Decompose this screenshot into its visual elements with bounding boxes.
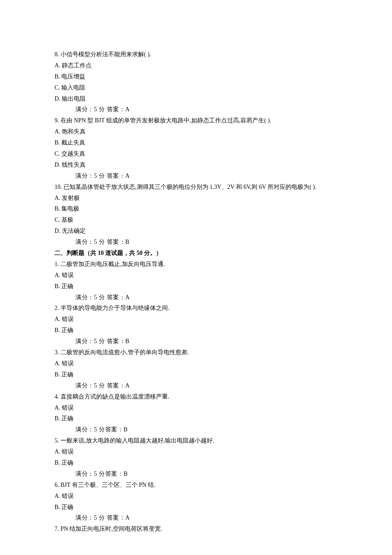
option: B. 集电极 [55,203,337,214]
option: B. 电压增益 [55,71,337,82]
option: C. 输入电阻 [55,82,337,93]
questions_tf-question: 4. 直接耦合方式的缺点是输出温度漂移严重.A. 错误B. 正确满分：5 分答案… [55,391,337,436]
section-header-judgment: 二、判断题（共 10 道试题，共 50 分。） [55,248,337,259]
question-stem: 10. 已知某晶体管处于放大状态,测得其三个极的电位分别为 1.3V、2V 和 … [55,182,337,193]
question-stem: 2. 半导体的导电能力介于导体与绝缘体之间. [55,303,337,314]
option: B. 正确 [55,413,337,424]
question-text: 二极管加正向电压截止,加反向电压导通. [59,261,165,267]
question-text: PN 结加正向电压时,空间电荷区将变宽. [59,526,162,532]
option: B. 正确 [55,369,337,380]
question-stem: 6. BJT 有三个极、三个区、三个 PN 结. [55,480,337,491]
question-number: 5. [55,437,59,444]
option: A. 饱和失真 [55,126,337,137]
question-text: 二极管的反向电流值愈小,管子的单向导电性愈差. [59,349,189,356]
score-answer-line: 满分：5 分 答案：A [55,171,337,182]
question-number: 8. [55,51,59,58]
question-stem: 5. 一般来说,放大电路的输入电阻越大越好,输出电阻越小越好. [55,435,337,446]
score-answer-line: 满分：5 分答案：B [55,424,337,435]
question-stem: 1. 二极管加正向电压截止,加反向电压导通. [55,259,337,270]
question-text: 直接耦合方式的缺点是输出温度漂移严重. [59,393,170,400]
question-text: 半导体的导电能力介于导体与绝缘体之间. [59,305,170,311]
option: B. 正确 [55,281,337,292]
questions_tf-question: 1. 二极管加正向电压截止,加反向电压导通.A. 错误B. 正确满分：5 分 答… [55,259,337,303]
option: D. 输出电阻 [55,93,337,104]
question-stem: 8. 小信号模型分析法不能用来求解( ). [55,49,337,60]
score-answer-line: 满分：5 分 答案：A [55,292,337,303]
score-answer-line: 满分：5 分 答案：A [55,380,337,391]
question-text: BJT 有三个极、三个区、三个 PN 结. [59,482,156,488]
questions_tf-question: 5. 一般来说,放大电路的输入电阻越大越好,输出电阻越小越好.A. 错误B. 正… [55,435,337,480]
question-text: 已知某晶体管处于放大状态,测得其三个极的电位分别为 1.3V、2V 和 6V,则… [62,184,317,190]
option: C. 交越失真 [55,148,337,159]
question-stem: 9. 在由 NPN 型 BJT 组成的单管共发射极放大电路中,如静态工作点过高,… [55,115,337,126]
option: D. 无法确定 [55,225,337,237]
option: A. 错误 [55,491,337,502]
option: C. 基极 [55,214,337,225]
score-answer-line: 满分：5 分 答案：B [55,336,337,347]
score-answer-line: 满分：5 分 答案：A [55,512,337,523]
option: A. 错误 [55,358,337,369]
questions_tf-question: 2. 半导体的导电能力介于导体与绝缘体之间.A. 错误B. 正确满分：5 分 答… [55,303,337,347]
option: B. 截止失真 [55,137,337,148]
option: D. 线性失真 [55,159,337,171]
score-answer-line: 满分：5 分 答案：B [55,237,337,248]
option: B. 正确 [55,457,337,468]
questions_mc-question: 9. 在由 NPN 型 BJT 组成的单管共发射极放大电路中,如静态工作点过高,… [55,115,337,181]
option: B. 正确 [55,325,337,336]
questions_mc-question: 10. 已知某晶体管处于放大状态,测得其三个极的电位分别为 1.3V、2V 和 … [55,182,337,248]
option: A. 错误 [55,270,337,281]
score-answer-line: 满分：5 分 答案：A [55,104,337,115]
question-text: 在由 NPN 型 BJT 组成的单管共发射极放大电路中,如静态工作点过高,容易产… [59,117,271,124]
question-number: 3. [55,349,59,356]
question-number: 7. [55,526,59,532]
question-stem: 4. 直接耦合方式的缺点是输出温度漂移严重. [55,391,337,402]
question-text: 一般来说,放大电路的输入电阻越大越好,输出电阻越小越好. [59,437,214,444]
question-number: 2. [55,305,59,311]
question-number: 6. [55,482,59,488]
score-answer-line: 满分：5 分答案：B [55,468,337,480]
question-stem: 7. PN 结加正向电压时,空间电荷区将变宽. [55,523,337,535]
questions_mc-question: 8. 小信号模型分析法不能用来求解( ).A. 静态工作点B. 电压增益C. 输… [55,49,337,115]
option: A. 错误 [55,402,337,413]
option: A. 错误 [55,446,337,457]
option: B. 正确 [55,502,337,513]
question-number: 1. [55,261,59,267]
question-text: 小信号模型分析法不能用来求解( ). [59,51,151,58]
question-number: 4. [55,393,59,400]
question-number: 9. [55,117,59,124]
question-stem: 3. 二极管的反向电流值愈小,管子的单向导电性愈差. [55,347,337,358]
question-number: 10. [55,184,62,190]
option: A. 发射极 [55,193,337,204]
questions_tf-question: 3. 二极管的反向电流值愈小,管子的单向导电性愈差.A. 错误B. 正确满分：5… [55,347,337,391]
option: A. 错误 [55,314,337,325]
questions_tf-question: 7. PN 结加正向电压时,空间电荷区将变宽. [55,523,337,535]
option: A. 静态工作点 [55,60,337,71]
questions_tf-question: 6. BJT 有三个极、三个区、三个 PN 结.A. 错误B. 正确满分：5 分… [55,480,337,524]
